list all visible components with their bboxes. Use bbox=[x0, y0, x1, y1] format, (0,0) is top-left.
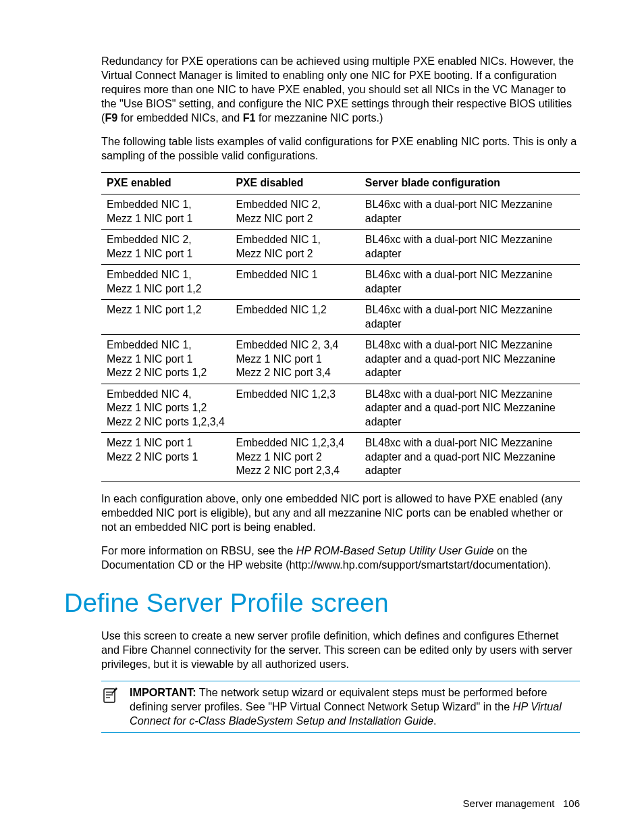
table-row: Embedded NIC 1,Mezz 1 NIC port 1,2Embedd… bbox=[101, 265, 580, 300]
page-footer: Server management 106 bbox=[463, 797, 580, 810]
cell-line: Mezz 2 NIC ports 1 bbox=[107, 450, 225, 465]
col-header-pxe-disabled: PXE disabled bbox=[230, 173, 359, 194]
table-cell: Embedded NIC 1,2,3,4Mezz 1 NIC port 2Mez… bbox=[230, 433, 359, 482]
col-header-server-config: Server blade configuration bbox=[360, 173, 580, 194]
cell-line: Embedded NIC 4, bbox=[107, 388, 225, 402]
cell-line: Mezz 1 NIC port 1,2 bbox=[107, 282, 225, 296]
important-label: IMPORTANT: bbox=[130, 686, 196, 698]
cell-line: BL46xc with a dual-port NIC Mezzanine ad… bbox=[365, 233, 574, 261]
table-cell: Embedded NIC 2, 3,4Mezz 1 NIC port 1Mezz… bbox=[230, 335, 359, 384]
table-cell: Embedded NIC 1,Mezz 1 NIC port 1 bbox=[101, 194, 230, 229]
cell-line: BL48xc with a dual-port NIC Mezzanine ad… bbox=[365, 436, 574, 478]
table-cell: BL48xc with a dual-port NIC Mezzanine ad… bbox=[360, 384, 580, 433]
text: For more information on RBSU, see the bbox=[101, 544, 296, 556]
table-cell: BL46xc with a dual-port NIC Mezzanine ad… bbox=[360, 265, 580, 300]
paragraph-screen-desc: Use this screen to create a new server p… bbox=[101, 629, 580, 671]
cell-line: Embedded NIC 1,2,3,4 bbox=[236, 436, 354, 450]
text: for embedded NICs, and bbox=[117, 111, 242, 124]
table-cell: Embedded NIC 1,Mezz 1 NIC port 1,2 bbox=[101, 265, 230, 300]
table-row: Embedded NIC 2,Mezz 1 NIC port 1Embedded… bbox=[101, 230, 580, 265]
table-row: Mezz 1 NIC port 1Mezz 2 NIC ports 1Embed… bbox=[101, 433, 580, 482]
footer-section: Server management bbox=[463, 798, 555, 809]
cell-line: Mezz NIC port 2 bbox=[236, 247, 354, 261]
table-cell: Embedded NIC 4,Mezz 1 NIC ports 1,2Mezz … bbox=[101, 384, 230, 433]
cell-line: Embedded NIC 2, bbox=[236, 198, 354, 212]
cell-line: Embedded NIC 1,2,3 bbox=[236, 388, 354, 402]
cell-line: BL46xc with a dual-port NIC Mezzanine ad… bbox=[365, 198, 574, 226]
col-header-pxe-enabled: PXE enabled bbox=[101, 173, 230, 194]
table-cell: Embedded NIC 1,2,3 bbox=[230, 384, 359, 433]
cell-line: BL46xc with a dual-port NIC Mezzanine ad… bbox=[365, 268, 574, 296]
table-row: Mezz 1 NIC port 1,2Embedded NIC 1,2BL46x… bbox=[101, 300, 580, 335]
pxe-config-table: PXE enabled PXE disabled Server blade co… bbox=[101, 172, 580, 482]
table-cell: BL46xc with a dual-port NIC Mezzanine ad… bbox=[360, 230, 580, 265]
cell-line: Mezz 1 NIC port 1 bbox=[107, 247, 225, 261]
table-cell: BL48xc with a dual-port NIC Mezzanine ad… bbox=[360, 433, 580, 482]
heading-define-server-profile: Define Server Profile screen bbox=[64, 587, 580, 620]
table-cell: Embedded NIC 2,Mezz NIC port 2 bbox=[230, 194, 359, 229]
cell-line: Mezz 1 NIC port 1 bbox=[107, 353, 225, 367]
table-cell: Embedded NIC 2,Mezz 1 NIC port 1 bbox=[101, 230, 230, 265]
table-row: Embedded NIC 1,Mezz 1 NIC port 1Mezz 2 N… bbox=[101, 335, 580, 384]
cell-line: Mezz 2 NIC ports 1,2,3,4 bbox=[107, 415, 225, 429]
table-header-row: PXE enabled PXE disabled Server blade co… bbox=[101, 173, 580, 194]
cell-line: Mezz 1 NIC ports 1,2 bbox=[107, 401, 225, 415]
table-cell: Mezz 1 NIC port 1Mezz 2 NIC ports 1 bbox=[101, 433, 230, 482]
cell-line: Mezz 1 NIC port 1 bbox=[107, 436, 225, 450]
cell-line: Mezz 2 NIC port 2,3,4 bbox=[236, 464, 354, 478]
table-row: Embedded NIC 4,Mezz 1 NIC ports 1,2Mezz … bbox=[101, 384, 580, 433]
cell-line: Mezz 1 NIC port 1 bbox=[107, 212, 225, 226]
cell-line: Mezz 2 NIC port 3,4 bbox=[236, 366, 354, 380]
cell-line: Mezz 2 NIC ports 1,2 bbox=[107, 366, 225, 380]
cell-line: Embedded NIC 1, bbox=[107, 338, 225, 353]
table-row: Embedded NIC 1,Mezz 1 NIC port 1Embedded… bbox=[101, 194, 580, 229]
cell-line: Embedded NIC 1 bbox=[236, 268, 354, 282]
cell-line: Mezz 1 NIC port 1 bbox=[236, 353, 354, 367]
cell-line: Embedded NIC 1, bbox=[107, 198, 225, 212]
important-icon bbox=[101, 685, 120, 728]
important-callout: IMPORTANT: The network setup wizard or e… bbox=[101, 681, 580, 733]
svg-rect-0 bbox=[104, 689, 115, 702]
cell-line: Mezz 1 NIC port 2 bbox=[236, 450, 354, 465]
text: . bbox=[433, 714, 437, 727]
table-cell: BL46xc with a dual-port NIC Mezzanine ad… bbox=[360, 194, 580, 229]
cell-line: Embedded NIC 2, 3,4 bbox=[236, 338, 354, 353]
table-cell: Embedded NIC 1 bbox=[230, 265, 359, 300]
paragraph-table-intro: The following table lists examples of va… bbox=[101, 134, 580, 163]
key-f1: F1 bbox=[243, 111, 256, 124]
doc-title-rbsu: HP ROM-Based Setup Utility User Guide bbox=[296, 544, 494, 556]
footer-page-number: 106 bbox=[563, 798, 580, 809]
paragraph-redundancy: Redundancy for PXE operations can be ach… bbox=[101, 54, 580, 125]
cell-line: Mezz NIC port 2 bbox=[236, 212, 354, 226]
cell-line: Embedded NIC 2, bbox=[107, 233, 225, 247]
table-cell: BL48xc with a dual-port NIC Mezzanine ad… bbox=[360, 335, 580, 384]
cell-line: BL48xc with a dual-port NIC Mezzanine ad… bbox=[365, 388, 574, 429]
key-f9: F9 bbox=[105, 111, 117, 124]
table-cell: BL46xc with a dual-port NIC Mezzanine ad… bbox=[360, 300, 580, 335]
cell-line: BL48xc with a dual-port NIC Mezzanine ad… bbox=[365, 338, 574, 380]
table-cell: Embedded NIC 1,Mezz NIC port 2 bbox=[230, 230, 359, 265]
table-cell: Embedded NIC 1,2 bbox=[230, 300, 359, 335]
cell-line: BL46xc with a dual-port NIC Mezzanine ad… bbox=[365, 303, 574, 331]
cell-line: Embedded NIC 1, bbox=[236, 233, 354, 247]
cell-line: Embedded NIC 1, bbox=[107, 268, 225, 282]
table-cell: Embedded NIC 1,Mezz 1 NIC port 1Mezz 2 N… bbox=[101, 335, 230, 384]
paragraph-rbsu: For more information on RBSU, see the HP… bbox=[101, 544, 580, 572]
cell-line: Embedded NIC 1,2 bbox=[236, 303, 354, 317]
cell-line: Mezz 1 NIC port 1,2 bbox=[107, 303, 225, 317]
text: for mezzanine NIC ports.) bbox=[256, 111, 383, 124]
important-text: IMPORTANT: The network setup wizard or e… bbox=[130, 685, 580, 728]
table-cell: Mezz 1 NIC port 1,2 bbox=[101, 300, 230, 335]
paragraph-config-note: In each configuration above, only one em… bbox=[101, 492, 580, 534]
